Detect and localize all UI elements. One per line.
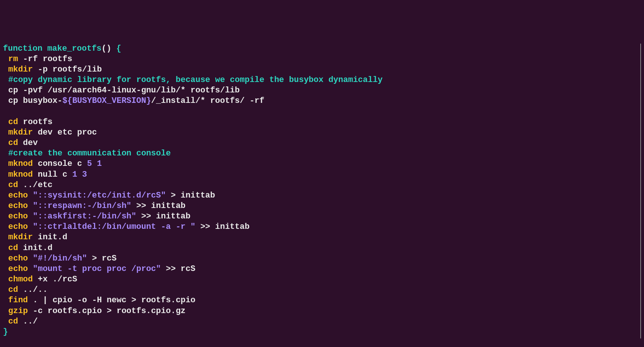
code-line: cd init.d: [3, 243, 640, 253]
code-token: . | cpio -o -H newc > rootfs.cpio: [28, 296, 196, 305]
code-token: cd: [8, 117, 18, 127]
code-token: [28, 201, 33, 211]
code-token: >> rcS: [161, 264, 195, 274]
code-token: cp busybox-: [8, 96, 62, 105]
code-token: echo: [8, 254, 28, 263]
code-line: rm -rf rootfs: [3, 54, 640, 64]
code-token: ../: [18, 317, 38, 326]
code-token: cp -pvf /usr/aarch64-linux-gnu/lib/* roo…: [8, 86, 240, 95]
code-line: mknod console c 5 1: [3, 159, 640, 169]
code-token: echo: [8, 201, 28, 211]
code-token: [28, 222, 33, 231]
code-line: gzip -c rootfs.cpio > rootfs.cpio.gz: [3, 306, 640, 316]
code-line: mkdir dev etc proc: [3, 127, 640, 138]
code-token: cd: [8, 243, 18, 253]
code-token: rootfs: [18, 117, 52, 127]
code-line: [3, 107, 640, 117]
code-token: init.d: [33, 233, 67, 242]
code-token: -p rootfs/lib: [33, 65, 102, 74]
code-token: [111, 44, 116, 53]
code-line: echo "mount -t proc proc /proc" >> rcS: [3, 264, 640, 274]
code-token: #copy dynamic library for rootfs, becaus…: [8, 75, 382, 85]
code-token: > inittab: [166, 191, 215, 200]
code-token: ${BUSYBOX_VERSION}: [62, 96, 151, 105]
code-line: find . | cpio -o -H newc > rootfs.cpio: [3, 295, 640, 306]
code-token: chmod: [8, 275, 33, 284]
code-token: /_install/* rootfs/ -rf: [151, 96, 265, 105]
code-line: cp busybox-${BUSYBOX_VERSION}/_install/*…: [3, 96, 640, 106]
code-token: echo: [8, 212, 28, 221]
code-token: init.d: [18, 243, 52, 253]
code-token: null c: [33, 170, 72, 179]
code-line: cp -pvf /usr/aarch64-linux-gnu/lib/* roo…: [3, 85, 640, 96]
code-token: #create the communication console: [8, 149, 171, 158]
code-line: }: [3, 327, 640, 337]
code-token: [28, 212, 33, 221]
code-line: cd dev: [3, 138, 640, 148]
code-token: mknod: [8, 159, 33, 168]
code-line: chmod +x ./rcS: [3, 274, 640, 285]
code-token: [28, 191, 33, 200]
code-token: 5 1: [87, 159, 102, 168]
code-line: cd rootfs: [3, 117, 640, 127]
code-line: function make_rootfs() {: [3, 44, 640, 54]
code-token: echo: [8, 264, 28, 274]
code-line: cd ../etc: [3, 180, 640, 190]
code-token: cd: [8, 138, 18, 148]
code-token: echo: [8, 191, 28, 200]
code-token: -c rootfs.cpio > rootfs.cpio.gz: [28, 306, 185, 316]
code-token: >> inittab: [131, 201, 185, 211]
code-token: "mount -t proc proc /proc": [33, 264, 161, 274]
code-token: mkdir: [8, 65, 33, 74]
code-line: #create the communication console: [3, 148, 640, 159]
code-token: mkdir: [8, 128, 33, 137]
code-token: echo: [8, 222, 28, 231]
code-editor-view: function make_rootfs() {rm -rf rootfsmkd…: [3, 44, 641, 338]
code-line: echo "::askfirst:-/bin/sh" >> inittab: [3, 211, 640, 222]
code-line: cd ../..: [3, 285, 640, 295]
code-line: #copy dynamic library for rootfs, becaus…: [3, 75, 640, 85]
code-token: [28, 254, 33, 263]
code-token: >> inittab: [136, 212, 190, 221]
code-token: > rcS: [87, 254, 116, 263]
code-token: console c: [33, 159, 87, 168]
code-token: mkdir: [8, 233, 33, 242]
code-token: gzip: [8, 306, 28, 316]
code-token: "::sysinit:/etc/init.d/rcS": [33, 191, 166, 200]
code-token: function: [3, 44, 43, 53]
code-token: "::respawn:-/bin/sh": [33, 201, 131, 211]
code-token: {: [116, 44, 121, 53]
code-token: [43, 44, 47, 53]
code-token: dev etc proc: [33, 128, 97, 137]
code-token: "#!/bin/sh": [33, 254, 87, 263]
code-token: 1 3: [72, 170, 87, 179]
code-token: }: [3, 327, 8, 337]
code-token: >> inittab: [196, 222, 250, 231]
code-token: mknod: [8, 170, 33, 179]
code-token: cd: [8, 285, 18, 294]
code-token: (): [101, 44, 111, 53]
code-token: find: [8, 296, 28, 305]
code-token: -rf rootfs: [18, 54, 72, 64]
code-token: "::ctrlaltdel:/bin/umount -a -r ": [33, 222, 196, 231]
code-token: dev: [18, 138, 38, 148]
code-token: rm: [8, 54, 18, 64]
code-line: mkdir -p rootfs/lib: [3, 64, 640, 75]
code-line: cd ../: [3, 316, 640, 327]
code-token: +x ./rcS: [33, 275, 77, 284]
code-line: echo "::sysinit:/etc/init.d/rcS" > initt…: [3, 190, 640, 201]
code-token: make_rootfs: [47, 44, 101, 53]
code-line: mknod null c 1 3: [3, 170, 640, 180]
code-line: echo "::respawn:-/bin/sh" >> inittab: [3, 201, 640, 211]
code-token: cd: [8, 180, 18, 190]
code-line: echo "#!/bin/sh" > rcS: [3, 253, 640, 264]
code-line: echo "::ctrlaltdel:/bin/umount -a -r " >…: [3, 222, 640, 232]
code-token: [28, 264, 33, 274]
code-token: ../..: [18, 285, 47, 294]
code-token: cd: [8, 317, 18, 326]
code-line: mkdir init.d: [3, 232, 640, 243]
code-token: "::askfirst:-/bin/sh": [33, 212, 136, 221]
code-token: ../etc: [18, 180, 52, 190]
